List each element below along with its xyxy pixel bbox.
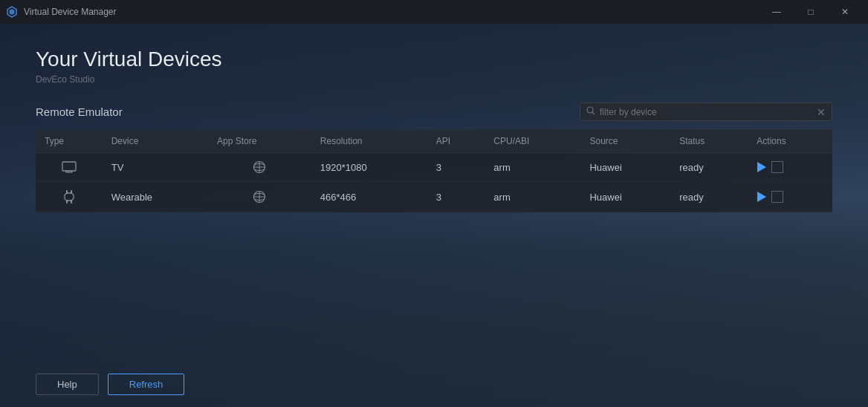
app-title: Virtual Device Manager: [24, 7, 117, 17]
col-status: Status: [670, 130, 748, 153]
section-header: Remote Emulator ✕: [36, 102, 832, 121]
type-cell: [36, 182, 103, 212]
appstore-cell: [208, 153, 311, 182]
device-table: Type Device App Store Resolution API CPU…: [36, 130, 832, 212]
deveco-logo-icon: [6, 6, 18, 18]
table-row: TV 1920*1080 3 arm Huawei: [36, 153, 832, 182]
cpu-abi-cell: arm: [485, 153, 580, 182]
maximize-button[interactable]: □: [794, 0, 828, 24]
search-box[interactable]: ✕: [580, 102, 832, 121]
table-body: TV 1920*1080 3 arm Huawei: [36, 153, 832, 212]
appstore-cell: [208, 182, 311, 212]
svg-rect-2: [62, 162, 76, 171]
svg-line-1: [592, 112, 595, 114]
page-title: Your Virtual Devices: [36, 48, 832, 71]
col-actions: Actions: [748, 130, 832, 153]
search-clear-icon[interactable]: ✕: [817, 107, 826, 117]
play-button[interactable]: [757, 161, 767, 173]
action-buttons: [757, 191, 823, 203]
col-appstore: App Store: [208, 130, 311, 153]
device-name-cell: TV: [103, 153, 208, 182]
table-row: Wearable 466*466 3 arm Huaw: [36, 182, 832, 212]
action-buttons: [757, 161, 823, 173]
source-cell: Huawei: [580, 153, 670, 182]
actions-cell: [748, 153, 832, 182]
table-header: Type Device App Store Resolution API CPU…: [36, 130, 832, 153]
api-cell: 3: [427, 182, 485, 212]
api-cell: 3: [427, 153, 485, 182]
status-cell: ready: [670, 153, 748, 182]
play-button[interactable]: [757, 191, 767, 203]
actions-cell: [748, 182, 832, 212]
svg-marker-9: [757, 162, 766, 172]
section-title: Remote Emulator: [36, 105, 123, 118]
resolution-cell: 466*466: [311, 182, 427, 212]
device-name-cell: Wearable: [103, 182, 208, 212]
main-content: Your Virtual Devices DevEco Studio Remot…: [0, 24, 868, 230]
search-icon: [586, 106, 595, 117]
col-source: Source: [580, 130, 670, 153]
svg-marker-18: [757, 192, 766, 202]
svg-rect-10: [65, 193, 74, 201]
close-button[interactable]: ✕: [828, 0, 862, 24]
refresh-button[interactable]: Refresh: [108, 374, 185, 395]
title-bar: Virtual Device Manager — □ ✕: [0, 0, 868, 24]
col-resolution: Resolution: [311, 130, 427, 153]
wearable-icon: [45, 189, 94, 204]
table-header-row: Type Device App Store Resolution API CPU…: [36, 130, 832, 153]
col-cpuabi: CPU/ABI: [485, 130, 580, 153]
col-type: Type: [36, 130, 103, 153]
appstore-icon: [217, 160, 302, 174]
resolution-cell: 1920*1080: [311, 153, 427, 182]
status-cell: ready: [670, 182, 748, 212]
appstore-icon: [217, 190, 302, 204]
bottom-bar: Help Refresh: [0, 362, 868, 407]
stop-button[interactable]: [771, 191, 783, 203]
cpu-abi-cell: arm: [485, 182, 580, 212]
svg-point-0: [587, 107, 593, 113]
help-button[interactable]: Help: [36, 374, 99, 395]
page-subtitle: DevEco Studio: [36, 74, 832, 85]
stop-button[interactable]: [771, 161, 783, 173]
tv-icon: [45, 161, 94, 173]
minimize-button[interactable]: —: [760, 0, 794, 24]
type-cell: [36, 153, 103, 182]
col-device: Device: [103, 130, 208, 153]
col-api: API: [427, 130, 485, 153]
source-cell: Huawei: [580, 182, 670, 212]
search-input[interactable]: [600, 107, 812, 117]
title-bar-controls: — □ ✕: [760, 0, 862, 24]
title-bar-left: Virtual Device Manager: [6, 6, 117, 18]
